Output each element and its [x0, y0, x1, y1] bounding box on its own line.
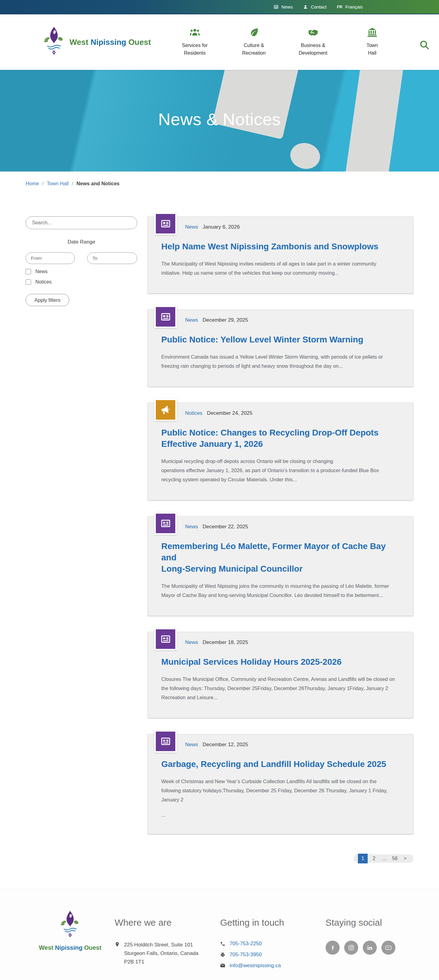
card-title-link[interactable]: Municipal Services Holiday Hours 2025-20…: [161, 657, 400, 668]
notices-checkbox[interactable]: [25, 279, 31, 285]
date-to-input[interactable]: [87, 252, 137, 264]
breadcrumb-current: News and Notices: [76, 181, 119, 186]
language-toggle[interactable]: FR Français: [337, 4, 363, 10]
footer-phone-link[interactable]: 705-753-2250: [230, 941, 262, 947]
card-excerpt-ellipsis: ...: [161, 812, 400, 818]
newspaper-icon: [154, 305, 177, 328]
card-excerpt: The Municipality of West Nipissing invit…: [161, 259, 400, 277]
notices-checkbox-label[interactable]: Notices: [35, 279, 52, 285]
leaf-icon: [249, 33, 260, 38]
notice-card: Notices December 24, 2025 Public Notice:…: [147, 402, 414, 500]
card-excerpt: Closures The Municipal Office, Community…: [161, 675, 400, 702]
pagination-next-button[interactable]: >: [401, 856, 409, 861]
news-filter-row: News: [25, 269, 137, 274]
logo-emblem-icon: [43, 25, 65, 59]
card-excerpt: Week of Christmas and New Year’s Curbsid…: [161, 777, 400, 804]
site-name: West Nipissing Ouest: [70, 38, 151, 47]
envelope-icon: [220, 963, 225, 969]
megaphone-icon: [154, 399, 177, 421]
footer-logo[interactable]: West Nipissing Ouest: [25, 910, 115, 973]
news-card: News December 22, 2025 Remembering Léo M…: [147, 516, 414, 616]
nav-label: Town Hall: [352, 42, 392, 57]
apply-filters-button[interactable]: Apply filters: [25, 294, 69, 306]
exclamation-dot-graphic: [288, 140, 323, 172]
card-date: December 29, 2025: [203, 317, 248, 323]
utility-top-bar: News Contact FR Français: [0, 0, 439, 14]
newspaper-icon: [273, 4, 279, 10]
search-button[interactable]: [419, 40, 429, 51]
breadcrumb-town-hall[interactable]: Town Hall: [47, 181, 69, 186]
footer-address: 225 Holditch Street, Suite 101 Sturgeon …: [124, 941, 198, 966]
pagination-page-56[interactable]: 56: [391, 856, 399, 861]
youtube-icon[interactable]: [381, 941, 395, 955]
card-title-link[interactable]: Public Notice: Yellow Level Winter Storm…: [161, 334, 400, 345]
linkedin-icon[interactable]: [363, 941, 377, 955]
footer-contact-column: Getting in touch 705-753-2250 705-753-39…: [220, 910, 326, 973]
card-category-link[interactable]: News: [185, 317, 198, 323]
nav-label: Business & Development: [293, 42, 333, 57]
pagination: 1 2 … 56 >: [147, 840, 414, 863]
footer-social-heading: Staying social: [326, 918, 414, 928]
footer-address-row: 225 Holditch Street, Suite 101 Sturgeon …: [115, 941, 220, 966]
nav-town-hall[interactable]: Town Hall: [352, 27, 392, 57]
card-excerpt: Municipal recycling drop-off depots acro…: [161, 457, 400, 484]
footer-phone-row: 705-753-2250: [220, 941, 326, 948]
fax-icon: [220, 951, 225, 959]
nav-services-for-residents[interactable]: Services for Residents: [175, 27, 215, 57]
news-card: News December 12, 2025 Garbage, Recyclin…: [147, 734, 414, 834]
footer-contact-heading: Getting in touch: [220, 918, 326, 928]
card-title-link[interactable]: Help Name West Nipissing Zambonis and Sn…: [161, 241, 400, 252]
footer-email-link[interactable]: info@westnipissing.ca: [230, 963, 281, 969]
newspaper-icon: [154, 212, 177, 235]
nav-business-development[interactable]: Business & Development: [293, 27, 333, 57]
site-footer: West Nipissing Ouest Where we are 225 Ho…: [0, 889, 439, 980]
card-title-link[interactable]: Public Notice: Changes to Recycling Drop…: [161, 427, 400, 450]
card-date: December 12, 2025: [203, 741, 248, 748]
news-checkbox-label[interactable]: News: [35, 269, 48, 274]
card-meta: News December 18, 2025: [185, 637, 400, 646]
card-meta: Notices December 24, 2025: [185, 408, 400, 416]
card-category-link[interactable]: News: [185, 524, 198, 530]
card-category-link[interactable]: Notices: [185, 410, 203, 416]
pagination-pill: 1 2 … 56 >: [353, 854, 414, 863]
handshake-icon: [307, 33, 319, 38]
card-category-link[interactable]: News: [185, 224, 198, 230]
nav-label: Culture & Recreation: [234, 42, 274, 57]
site-logo[interactable]: West Nipissing Ouest: [43, 25, 151, 59]
card-date: January 6, 2026: [203, 224, 240, 230]
news-card: News January 6, 2026 Help Name West Nipi…: [147, 216, 414, 294]
card-title-link[interactable]: Garbage, Recycling and Landfill Holiday …: [161, 759, 400, 770]
footer-where-column: Where we are 225 Holditch Street, Suite …: [115, 910, 220, 973]
breadcrumb-separator: /: [72, 181, 73, 186]
news-checkbox[interactable]: [25, 269, 31, 274]
language-label: Français: [345, 4, 363, 10]
instagram-icon[interactable]: [344, 941, 358, 955]
pagination-page-1[interactable]: 1: [358, 854, 368, 864]
pagination-page-2[interactable]: 2: [370, 856, 378, 861]
card-meta: News December 12, 2025: [185, 739, 400, 748]
card-title-link[interactable]: Remembering Léo Malette, Former Mayor of…: [161, 541, 400, 575]
breadcrumb-home[interactable]: Home: [25, 181, 39, 186]
topbar-news-label: News: [281, 4, 293, 10]
breadcrumb-separator: /: [42, 181, 44, 186]
newspaper-icon: [154, 730, 177, 752]
card-category-link[interactable]: News: [185, 640, 198, 646]
main-content: Date Range News Notices Apply filters Ne…: [0, 216, 439, 863]
topbar-news-link[interactable]: News: [273, 4, 293, 10]
date-from-input[interactable]: [25, 252, 75, 264]
map-pin-icon: [115, 941, 120, 949]
search-input[interactable]: [25, 216, 137, 229]
facebook-icon[interactable]: [326, 941, 340, 955]
nav-culture-recreation[interactable]: Culture & Recreation: [234, 27, 274, 57]
card-category-link[interactable]: News: [185, 741, 198, 748]
main-navigation: Services for Residents Culture & Recreat…: [175, 27, 392, 57]
card-excerpt: The Municipality of West Nipissing joins…: [161, 581, 400, 600]
page-title: News & Notices: [0, 109, 439, 129]
topbar-contact-link[interactable]: Contact: [303, 4, 326, 10]
town-hall-icon: [367, 33, 378, 38]
nav-label: Services for Residents: [175, 42, 215, 57]
footer-email-row: info@westnipissing.ca: [220, 963, 326, 969]
footer-fax-link[interactable]: 705-753-3950: [230, 951, 262, 958]
phone-icon: [220, 941, 225, 948]
card-excerpt: Environment Canada has issued a Yellow L…: [161, 352, 400, 371]
